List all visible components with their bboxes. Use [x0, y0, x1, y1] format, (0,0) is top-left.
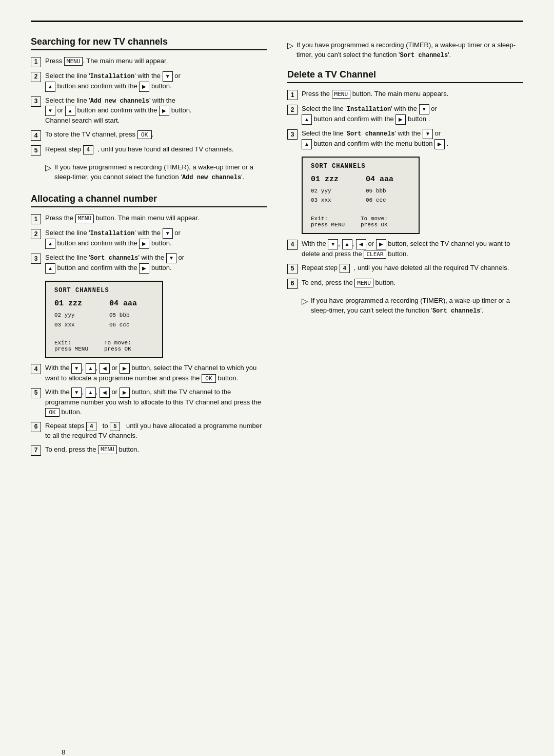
channel-05-bbb-right: 05 bbb: [366, 186, 410, 196]
installation-d2: Installation: [347, 106, 391, 113]
channel-01-zzz-right: 01 zzz: [311, 173, 355, 186]
step-num-a3: 3: [31, 254, 41, 264]
channel-04-aaa-right: 04 aaa: [366, 173, 410, 186]
down-d3: ▼: [423, 129, 433, 139]
up-d3: ▲: [302, 139, 312, 149]
step-content-4: To store the TV channel, press OK.: [45, 130, 267, 140]
down-a4: ▼: [71, 363, 82, 374]
sort-channels-title-left: SORT CHANNELS: [54, 287, 154, 294]
step-num-5: 5: [31, 145, 41, 156]
step-content-d3: Select the line 'Sort channels' with the…: [302, 129, 523, 149]
channel-03-xxx-right: 03 xxx: [311, 196, 355, 205]
step-3-alloc: 3 Select the line 'Sort channels' with t…: [31, 253, 267, 274]
menu-button-1: MENU: [64, 57, 83, 66]
right-d4: ▶: [376, 239, 386, 249]
ok-a4: OK: [202, 374, 216, 383]
note-arrow-icon: ▷: [45, 162, 51, 173]
step-4-delete: 4 With the ▼, ▲, ◀ or ▶ button, select t…: [287, 239, 523, 259]
step-content-d4: With the ▼, ▲, ◀ or ▶ button, select the…: [302, 239, 523, 259]
footer-move-right: To move: press OK: [361, 216, 410, 228]
sort-channels-left-col: 01 zzz 02 yyy 03 xxx: [54, 297, 99, 329]
sort-channels-grid-right: 01 zzz 02 yyy 03 xxx 04 aaa 05 bbb 06 cc…: [311, 173, 410, 205]
step-5-search: 5 Repeat step 4, until you have found al…: [31, 145, 267, 156]
step-4-alloc: 4 With the ▼, ▲, ◀ or ▶ button, select t…: [31, 363, 267, 383]
channel-01-zzz-left: 01 zzz: [54, 297, 99, 311]
step-num-4: 4: [31, 130, 41, 141]
down-arrow-a3: ▼: [166, 253, 176, 263]
step-content-d5: Repeat step 4, until you have deleted al…: [302, 263, 523, 273]
up-arrow-a2: ▲: [45, 239, 55, 249]
step-content-2: Select the line 'Installation' with the …: [45, 71, 267, 92]
channel-02-yyy-left: 02 yyy: [54, 311, 99, 320]
step-6-alloc: 6 Repeat steps 4 to 5 until you have all…: [31, 421, 267, 441]
sort-channels-footer-left: Exit: press MENU To move: press OK: [54, 340, 154, 352]
step-1-alloc: 1 Press the MENU button. The main menu w…: [31, 214, 267, 224]
step-content-d6: To end, press the MENU button.: [302, 278, 523, 288]
step-content-a3: Select the line 'Sort channels' with the…: [45, 253, 267, 274]
step-content-d2: Select the line 'Installation' with the …: [302, 104, 523, 125]
down-a5: ▼: [71, 387, 82, 398]
up-arrow-a3: ▲: [45, 263, 55, 274]
step-1-search: 1 Press MENU. The main menu will appear.: [31, 56, 267, 67]
installation-code-1: Installation: [90, 73, 134, 80]
step-list-allocating: 1 Press the MENU button. The main menu w…: [31, 214, 267, 274]
step-num-1: 1: [31, 57, 41, 67]
step-content-a2: Select the line 'Installation' with the …: [45, 228, 267, 249]
step-content-a7: To end, press the MENU button.: [45, 445, 267, 455]
section-title-allocating: Allocating a channel number: [31, 193, 267, 207]
footer-move-value-left: press OK: [104, 346, 154, 352]
step-list-delete-after-box: 4 With the ▼, ▲, ◀ or ▶ button, select t…: [287, 239, 523, 289]
page-wrapper: Searching for new TV channels 1 Press ME…: [31, 21, 523, 756]
note-text-top-right: If you have programmed a recording (TIME…: [296, 41, 523, 60]
add-new-channels-code: Add new channels: [90, 98, 149, 105]
step-content-1: Press MENU. The main menu will appear.: [45, 56, 267, 66]
step-list-delete: 1 Press the MENU button. The main menu a…: [287, 89, 523, 149]
left-a4: ◀: [100, 363, 110, 374]
step-num-d4: 4: [287, 240, 298, 250]
up-d2: ▲: [302, 114, 312, 125]
up-d4: ▲: [342, 239, 352, 249]
step-ref-5a: 5: [110, 422, 120, 431]
sort-channels-top-note: Sort channels: [400, 52, 448, 59]
step-2-delete: 2 Select the line 'Installation' with th…: [287, 104, 523, 125]
step-num-a2: 2: [31, 229, 41, 239]
note-block-top-right: ▷ If you have programmed a recording (TI…: [287, 41, 523, 60]
channel-06-ccc-left: 06 ccc: [109, 320, 154, 330]
step-num-2: 2: [31, 72, 41, 82]
step-content-3: Select the line 'Add new channels' with …: [45, 96, 267, 126]
right-column: ▷ If you have programmed a recording (TI…: [287, 36, 523, 463]
right-a5: ▶: [120, 387, 130, 398]
footer-exit-value-left: press MENU: [54, 346, 104, 352]
step-content-d1: Press the MENU button. The main menu app…: [302, 89, 523, 99]
footer-move-left: To move: press OK: [104, 340, 154, 352]
sort-channels-box-left-wrapper: SORT CHANNELS 01 zzz 02 yyy 03 xxx 04 aa…: [45, 281, 267, 358]
down-d2: ▼: [419, 104, 429, 114]
right-arrow-1: ▶: [139, 82, 149, 92]
right-d2: ▶: [395, 114, 406, 125]
ok-a5: OK: [45, 408, 60, 417]
menu-button-a1: MENU: [75, 215, 94, 223]
footer-exit-left: Exit: press MENU: [54, 340, 104, 352]
note-arrow-icon-delete: ▷: [302, 295, 308, 307]
sort-channels-box-right: SORT CHANNELS 01 zzz 02 yyy 03 xxx 04 aa…: [302, 157, 420, 234]
channel-03-xxx-left: 03 xxx: [54, 320, 99, 330]
step-2-alloc: 2 Select the line 'Installation' with th…: [31, 228, 267, 249]
step-content-a1: Press the MENU button. The main menu wil…: [45, 214, 267, 223]
sort-channels-left-col-right: 01 zzz 02 yyy 03 xxx: [311, 173, 355, 205]
sort-channels-right-col: 04 aaa 05 bbb 06 ccc: [109, 297, 154, 329]
down-d4: ▼: [328, 239, 338, 249]
footer-exit-label-right: Exit:: [311, 216, 361, 222]
step-7-alloc: 7 To end, press the MENU button.: [31, 445, 267, 456]
step-content-a5: With the ▼, ▲, ◀ or ▶ button, shift the …: [45, 387, 267, 417]
step-ref-4: 4: [83, 145, 93, 154]
step-num-d6: 6: [287, 279, 298, 289]
up-arrow-2: ▲: [65, 106, 75, 116]
sort-channels-right-col-right: 04 aaa 05 bbb 06 ccc: [366, 173, 410, 205]
step-content-5: Repeat step 4, until you have found all …: [45, 145, 267, 154]
channel-06-ccc-right: 06 ccc: [366, 196, 410, 205]
sort-channels-delete-note: Sort channels: [432, 307, 481, 315]
page-number: 8: [62, 748, 65, 756]
footer-exit-label-left: Exit:: [54, 340, 104, 346]
step-5-alloc: 5 With the ▼, ▲, ◀ or ▶ button, shift th…: [31, 387, 267, 417]
sort-channels-box-left: SORT CHANNELS 01 zzz 02 yyy 03 xxx 04 aa…: [45, 281, 163, 358]
